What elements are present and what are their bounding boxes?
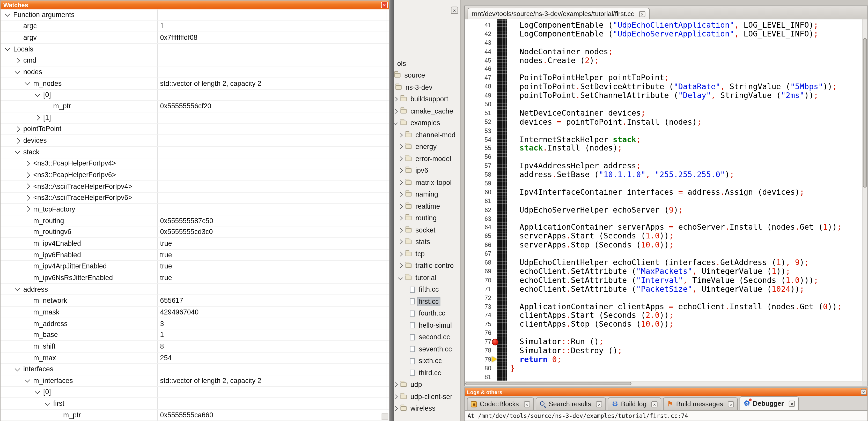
code-line[interactable]: 41 LogComponentEnable ("UdpEchoClientApp… [465, 21, 862, 30]
tab-close-icon[interactable] [524, 401, 530, 407]
watch-row[interactable]: m_ipv4ArpJitterEnabledtrue [1, 261, 389, 272]
code-line[interactable]: 81 [465, 373, 862, 381]
watch-row[interactable]: argc1 [1, 21, 389, 32]
watch-row[interactable]: devices [1, 135, 389, 147]
code-line[interactable]: 60 Ipv4InterfaceContainer interfaces = a… [465, 188, 862, 197]
watch-row[interactable]: m_routing0x555555587c50 [1, 215, 389, 227]
code-line[interactable]: 46 [465, 65, 862, 74]
close-icon[interactable] [861, 389, 866, 395]
tree-item[interactable]: ns-3-dev [394, 82, 460, 93]
scrollbar-thumb[interactable] [863, 38, 867, 188]
watch-row[interactable]: cmd [1, 55, 389, 66]
code-line[interactable]: 49 pointToPoint.SetChannelAttribute ("De… [465, 91, 862, 100]
expander-icon[interactable] [15, 286, 20, 291]
tree-item[interactable]: socket [394, 224, 460, 236]
expander-icon[interactable] [25, 195, 30, 200]
expander-icon[interactable] [394, 394, 398, 399]
tree-item[interactable]: udp [394, 379, 460, 391]
scrollbar-thumb[interactable] [465, 382, 631, 385]
expander-icon[interactable] [394, 121, 398, 125]
watch-row[interactable]: argv0x7fffffffdf08 [1, 32, 389, 44]
tree-item[interactable]: first.cc [394, 296, 460, 307]
logs-tab-search-results[interactable]: Search results [535, 397, 606, 410]
watch-row[interactable]: m_interfacesstd::vector of length 2, cap… [1, 375, 389, 387]
watch-row[interactable]: <ns3::AsciiTraceHelperForIpv4> [1, 181, 389, 192]
code-line[interactable]: 51 NetDeviceContainer devices; [465, 109, 862, 118]
expander-icon[interactable] [25, 172, 30, 177]
line-number[interactable]: 73 [465, 302, 492, 311]
code-line[interactable]: 64 ApplicationContainer serverApps = ech… [465, 223, 862, 232]
expander-icon[interactable] [398, 180, 403, 185]
watch-row[interactable]: m_shift8 [1, 341, 389, 352]
code-line[interactable]: 77 Simulator::Run (); [465, 338, 862, 347]
code-line[interactable]: 61 [465, 197, 862, 206]
code-line[interactable]: 63 [465, 215, 862, 223]
code-line[interactable]: 59 [465, 180, 862, 188]
expander-icon[interactable] [398, 157, 403, 161]
code-line[interactable]: 53 [465, 126, 862, 135]
line-number[interactable]: 46 [465, 65, 492, 74]
expander-icon[interactable] [394, 406, 398, 411]
line-number[interactable]: 72 [465, 294, 492, 302]
watch-row[interactable]: [0] [1, 90, 389, 101]
code-line[interactable]: 67 [465, 250, 862, 259]
watch-row[interactable]: <ns3::PcapHelperForIpv4> [1, 158, 389, 169]
resize-grip[interactable] [382, 414, 389, 420]
tree-item[interactable]: source [394, 70, 460, 82]
tree-item[interactable]: channel-mod [394, 129, 460, 141]
expander-icon[interactable] [398, 276, 403, 280]
code-line[interactable]: 56 [465, 153, 862, 162]
line-number[interactable]: 63 [465, 215, 492, 223]
line-number[interactable]: 79 [465, 355, 492, 364]
expander-icon[interactable] [394, 97, 398, 102]
expander-icon[interactable] [398, 133, 403, 137]
line-number[interactable]: 50 [465, 100, 492, 109]
line-number[interactable]: 80 [465, 364, 492, 373]
line-number[interactable]: 67 [465, 250, 492, 259]
code-area[interactable]: 41 LogComponentEnable ("UdpEchoClientApp… [465, 20, 862, 381]
close-icon[interactable] [381, 2, 388, 8]
watch-row[interactable]: <ns3::AsciiTraceHelperForIpv6> [1, 192, 389, 204]
line-number[interactable]: 75 [465, 320, 492, 329]
tree-item[interactable]: second.cc [394, 331, 460, 343]
logs-tab-code-blocks[interactable]: Code::Blocks [467, 397, 534, 410]
code-line[interactable]: 72 [465, 294, 862, 302]
watch-row[interactable]: m_ipv6Enabledtrue [1, 250, 389, 261]
code-line[interactable]: 74 clientApps.Start (Seconds (2.0)); [465, 311, 862, 320]
tree-item[interactable]: error-model [394, 153, 460, 165]
tree-item[interactable]: seventh.cc [394, 343, 460, 355]
code-line[interactable]: 62 UdpEchoServerHelper echoServer (9); [465, 206, 862, 215]
line-number[interactable]: 74 [465, 311, 492, 320]
expander-icon[interactable] [15, 138, 20, 143]
watch-row[interactable]: m_base1 [1, 329, 389, 341]
expander-icon[interactable] [5, 45, 10, 51]
watch-row[interactable]: stack [1, 147, 389, 158]
code-line[interactable]: 70 echoClient.SetAttribute ("Interval", … [465, 276, 862, 285]
line-number[interactable]: 58 [465, 171, 492, 180]
watch-row[interactable]: m_routingv60x5555555cd3c0 [1, 227, 389, 238]
code-line[interactable]: 47 PointToPointHelper pointToPoint; [465, 74, 862, 83]
line-number[interactable]: 60 [465, 188, 492, 197]
vertical-scrollbar[interactable] [862, 20, 867, 381]
line-number[interactable]: 47 [465, 74, 492, 83]
code-line[interactable]: 50 [465, 100, 862, 109]
code-line[interactable]: 66 serverApps.Stop (Seconds (10.0)); [465, 241, 862, 250]
expander-icon[interactable] [35, 115, 40, 121]
watch-row[interactable]: m_nodesstd::vector of length 2, capacity… [1, 78, 389, 90]
line-number[interactable]: 66 [465, 241, 492, 250]
expander-icon[interactable] [25, 161, 30, 166]
tree-item[interactable]: sixth.cc [394, 355, 460, 367]
tree-item[interactable]: stats [394, 236, 460, 248]
tree-item[interactable]: tcp [394, 248, 460, 260]
expander-icon[interactable] [25, 184, 30, 189]
tree-item[interactable]: fourth.cc [394, 307, 460, 319]
logs-tab-build-messages[interactable]: Build messages [663, 397, 738, 410]
line-number[interactable]: 57 [465, 162, 492, 171]
code-line[interactable]: 75 clientApps.Stop (Seconds (10.0)); [465, 320, 862, 329]
expander-icon[interactable] [25, 80, 30, 85]
watch-row[interactable]: [1] [1, 112, 389, 124]
tree-item[interactable]: udp-client-ser [394, 391, 460, 402]
line-number[interactable]: 44 [465, 47, 492, 56]
watch-row[interactable]: m_network655617 [1, 295, 389, 307]
code-line[interactable]: 68 UdpEchoClientHelper echoClient (inter… [465, 259, 862, 267]
